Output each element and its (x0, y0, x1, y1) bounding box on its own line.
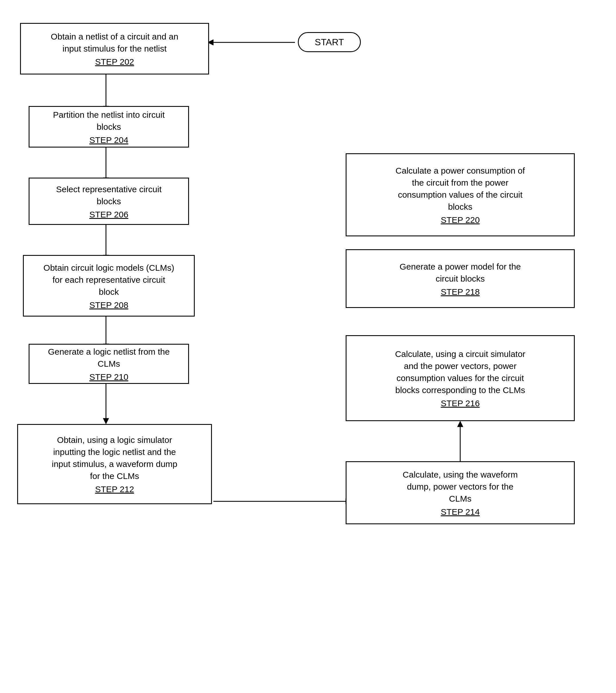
step212-label: STEP 212 (95, 484, 134, 494)
step210-box: Generate a logic netlist from the CLMs S… (29, 344, 189, 384)
step212-box: Obtain, using a logic simulator inputtin… (17, 424, 212, 504)
step202-label: STEP 202 (95, 57, 134, 67)
step218-box: Generate a power model for the circuit b… (346, 249, 575, 308)
step214-main: Calculate, using the waveform dump, powe… (403, 469, 518, 505)
step206-main: Select representative circuit blocks (56, 183, 162, 207)
step210-label: STEP 210 (89, 372, 128, 382)
step202-main: Obtain a netlist of a circuit and an inp… (51, 31, 178, 55)
step220-main: Calculate a power consumption of the cir… (395, 165, 525, 213)
step212-main: Obtain, using a logic simulator inputtin… (52, 434, 178, 482)
step220-box: Calculate a power consumption of the cir… (346, 153, 575, 236)
step218-main: Generate a power model for the circuit b… (399, 261, 521, 285)
step208-box: Obtain circuit logic models (CLMs) for e… (23, 255, 195, 317)
step204-main: Partition the netlist into circuit block… (53, 109, 165, 133)
step216-box: Calculate, using a circuit simulator and… (346, 335, 575, 421)
step206-label: STEP 206 (89, 210, 128, 219)
step208-label: STEP 208 (89, 300, 128, 310)
step210-main: Generate a logic netlist from the CLMs (48, 346, 169, 370)
step204-label: STEP 204 (89, 135, 128, 145)
step206-box: Select representative circuit blocks STE… (29, 178, 189, 225)
step216-main: Calculate, using a circuit simulator and… (395, 348, 525, 396)
svg-marker-15 (457, 421, 463, 427)
step208-main: Obtain circuit logic models (CLMs) for e… (43, 262, 174, 298)
step220-label: STEP 220 (441, 215, 480, 225)
flowchart: START END Obtain a netlist of a circuit … (0, 0, 616, 693)
step214-box: Calculate, using the waveform dump, powe… (346, 461, 575, 524)
step218-label: STEP 218 (441, 287, 480, 297)
start-label: START (315, 37, 344, 47)
step202-box: Obtain a netlist of a circuit and an inp… (20, 23, 209, 75)
step204-box: Partition the netlist into circuit block… (29, 106, 189, 147)
step214-label: STEP 214 (441, 507, 480, 517)
step216-label: STEP 216 (441, 398, 480, 408)
start-node: START (298, 32, 361, 52)
svg-marker-11 (103, 418, 109, 424)
